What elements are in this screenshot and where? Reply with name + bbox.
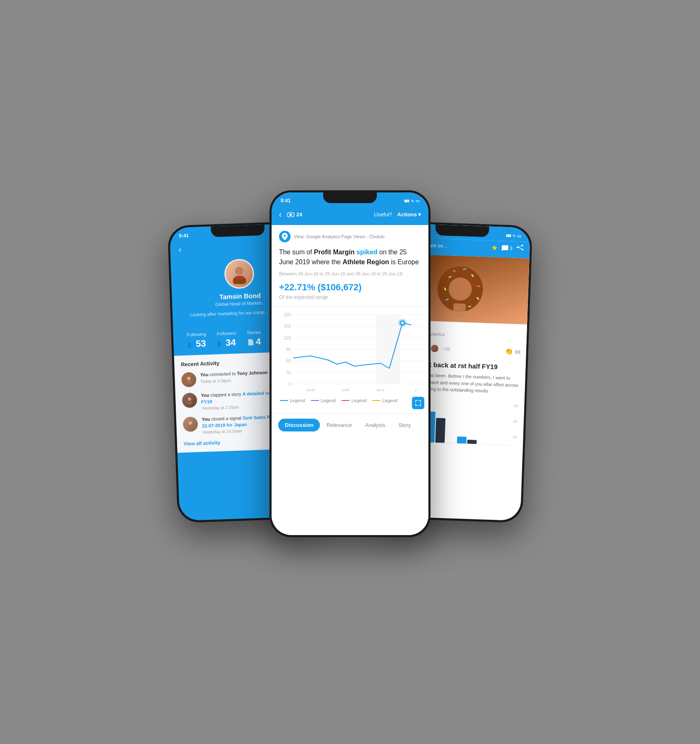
insight-headline: The sum of Profit Margin spiked on the 2… [279, 247, 421, 267]
battery-icon-c: ▭ [416, 199, 419, 203]
insight-source: View: Google Analytics Page Views - Chol… [279, 231, 421, 242]
center-tabs: Discussion Relevance Analysis Story [272, 413, 428, 436]
svg-text:80: 80 [514, 404, 518, 408]
chart-area: 180 150 120 90 60 30 0 MAR APR MAY J [272, 306, 428, 413]
svg-point-6 [187, 401, 192, 405]
svg-text:60: 60 [286, 359, 291, 363]
expand-icon [415, 400, 421, 406]
svg-text:40: 40 [513, 435, 517, 439]
svg-rect-58 [435, 418, 445, 443]
svg-text:90: 90 [286, 347, 291, 352]
avatar-svg [229, 263, 250, 284]
share-svg [516, 244, 524, 251]
insight-subtext: Of the expected range [279, 294, 421, 300]
status-icons-right: ▮▮▮ ∿ ▭ [506, 233, 521, 238]
svg-point-7 [189, 422, 192, 425]
stat-following: Following 👥 53 [187, 332, 207, 350]
share-icon[interactable] [516, 244, 524, 253]
notch-center [323, 192, 377, 203]
profile-title: Global Head of Marketi... [215, 300, 265, 307]
svg-point-36 [517, 246, 518, 248]
svg-point-4 [186, 381, 192, 384]
svg-point-35 [521, 249, 523, 250]
signal-icon-r: ▮▮▮ [506, 233, 511, 237]
star-icon[interactable]: ★ [491, 243, 498, 253]
activity-avatar-2 [182, 393, 197, 408]
legend-item-2: Legend [311, 398, 336, 403]
back-arrow-left[interactable]: ‹ [178, 245, 181, 254]
stat-followers: Followers 👥 34 [217, 331, 237, 349]
svg-text:J: J [414, 388, 416, 392]
wifi-icon-c: ∿ [411, 199, 414, 203]
svg-text:120: 120 [284, 336, 291, 340]
tab-story[interactable]: Story [392, 419, 417, 431]
chevron-down-icon: ▾ [418, 211, 421, 218]
legend-item-4: Legend [372, 398, 397, 403]
tab-discussion[interactable]: Discussion [278, 419, 320, 431]
views-indicator: 24 [287, 211, 302, 218]
avatar [224, 258, 254, 289]
source-pin [279, 231, 291, 242]
actions-button[interactable]: Actions ▾ [397, 211, 421, 218]
legend-item-3: Legend [341, 398, 367, 403]
clap-count: 99 [515, 349, 520, 355]
time-center: 9:41 [281, 198, 291, 204]
wifi-icon-r: ∿ [512, 233, 516, 238]
svg-line-37 [518, 246, 522, 247]
stat-followers-label: Followers [217, 331, 236, 336]
svg-text:0: 0 [289, 382, 291, 386]
expand-button[interactable] [412, 397, 424, 409]
center-nav: ‹ 24 Useful? Actions ▾ [272, 206, 428, 225]
profile-name: Tamsin Bond [219, 292, 261, 301]
svg-text:60: 60 [513, 419, 518, 424]
stat-stories-value: 📄 4 [247, 336, 261, 348]
following-icon: 👥 [187, 341, 194, 348]
stat-stories-label: Stories [247, 330, 261, 335]
donut-image [430, 259, 490, 319]
svg-point-3 [187, 377, 190, 380]
tab-relevance[interactable]: Relevance [320, 419, 358, 431]
back-arrow-center[interactable]: ‹ [279, 210, 282, 219]
pin-icon [282, 233, 288, 240]
status-icons-center: ▮▮▮ ∿ ▭ [404, 199, 419, 203]
card-content: View: Google Analytics Page Views - Chol… [272, 225, 428, 306]
stat-followers-value: 👥 34 [217, 337, 236, 349]
scene: 9:41 ▪▪▪ ∿ ▭ ‹ [164, 166, 536, 578]
stat-following-label: Following [187, 332, 206, 337]
battery-icon-r: ▭ [517, 233, 521, 238]
chart-legend: Legend Legend Legend Legend [276, 395, 424, 406]
svg-text:150: 150 [284, 324, 291, 329]
spike-text: spiked [357, 249, 378, 256]
svg-point-10 [289, 213, 292, 216]
svg-line-38 [518, 247, 521, 249]
svg-text:MAY: MAY [376, 388, 385, 392]
date-range: Between 28-Jun-18 to 29-Jun-18 and 28-Ju… [279, 271, 421, 276]
svg-text:MAR: MAR [306, 388, 315, 392]
comment-icon [502, 245, 508, 251]
comment-button[interactable]: 3 [502, 245, 513, 251]
svg-point-8 [187, 425, 193, 429]
svg-rect-59 [457, 436, 466, 444]
followers-icon: 👥 [217, 340, 225, 347]
activity-avatar-1 [181, 372, 196, 387]
svg-point-0 [235, 267, 244, 275]
topbar-icons: ★ 3 [491, 243, 524, 254]
stat-stories: Stories 📄 4 [247, 330, 262, 348]
avatar-image [225, 260, 253, 288]
insight-value: +22.71% ($106,672) [279, 282, 421, 293]
svg-rect-60 [467, 440, 477, 444]
readby-avatar-3 [430, 344, 440, 353]
useful-label[interactable]: Useful? [374, 211, 392, 218]
activity-avatar-3 [183, 417, 198, 432]
stat-following-value: 👥 53 [187, 338, 206, 350]
tab-analysis[interactable]: Analysis [359, 419, 392, 431]
notch-right [435, 225, 490, 237]
view-count: 24 [296, 211, 302, 218]
svg-point-34 [522, 244, 523, 246]
time-left: 9:41 [179, 232, 189, 239]
svg-text:30: 30 [286, 370, 291, 375]
svg-point-33 [401, 322, 404, 324]
phone-center: 9:41 ▮▮▮ ∿ ▭ ‹ 24 Useful? [270, 190, 430, 537]
clap-icon: 👏 [505, 347, 513, 355]
svg-rect-29 [376, 315, 400, 384]
